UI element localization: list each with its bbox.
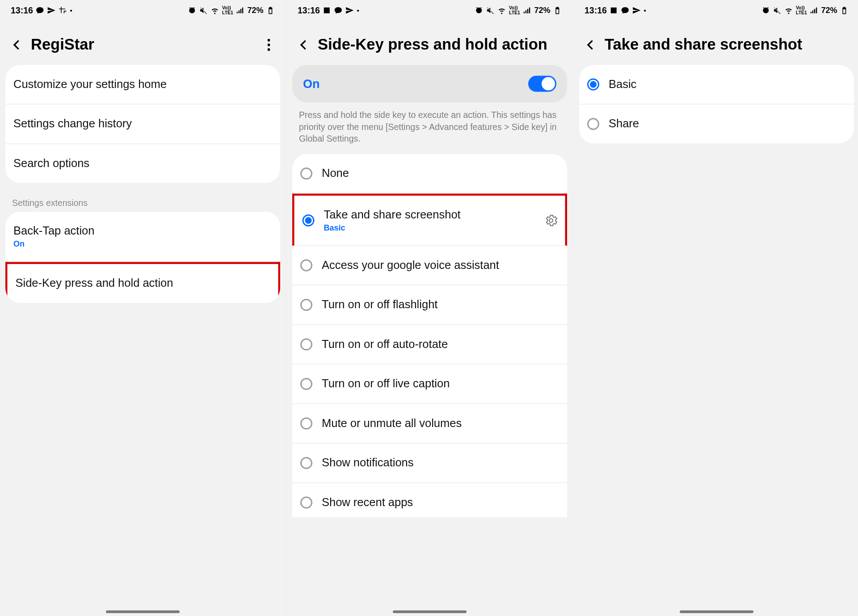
option-label: None: [322, 167, 559, 180]
radio-icon[interactable]: [587, 118, 599, 130]
status-time: 13:16: [298, 5, 320, 15]
gesture-handle[interactable]: [106, 611, 180, 613]
alarm-icon: [188, 6, 197, 15]
overflow-menu[interactable]: [261, 37, 276, 52]
option-show-notifications[interactable]: Show notifications: [292, 444, 567, 483]
radio-icon[interactable]: [300, 168, 312, 180]
options-card: Basic Share: [579, 65, 854, 144]
phone-screen-1: 13:16 • Vo))LTE1 72% RegiStar Customize …: [0, 0, 286, 616]
toggle-label: On: [303, 77, 320, 91]
mute-icon: [773, 6, 782, 15]
wifi-icon: [211, 6, 220, 15]
radio-icon[interactable]: [300, 338, 312, 350]
page-title: Take and share screenshot: [605, 36, 850, 53]
mute-icon: [486, 6, 495, 15]
radio-icon[interactable]: [300, 417, 312, 429]
volte-icon: Vo))LTE1: [509, 5, 520, 15]
alarm-icon: [762, 6, 771, 15]
battery-percent: 72%: [534, 5, 550, 15]
option-label: Access your google voice assistant: [322, 259, 559, 272]
gallery-icon: [323, 6, 332, 15]
radio-icon[interactable]: [587, 79, 599, 91]
option-label: Show recent apps: [322, 496, 559, 509]
gesture-bar: [574, 607, 858, 616]
signal-icon: [523, 6, 532, 15]
item-change-history[interactable]: Settings change history: [5, 105, 280, 144]
settings-card-extensions: Back-Tap action On Side-Key press and ho…: [5, 212, 280, 303]
statusbar-right: Vo))LTE1 72%: [762, 5, 849, 15]
page-title: Side-Key press and hold action: [318, 36, 563, 53]
battery-icon: [553, 6, 562, 15]
svg-point-2: [268, 48, 270, 50]
option-label: Turn on or off flashlight: [322, 298, 559, 311]
option-auto-rotate[interactable]: Turn on or off auto-rotate: [292, 325, 567, 365]
svg-point-0: [268, 38, 270, 41]
gesture-bar: [287, 607, 572, 616]
option-flashlight[interactable]: Turn on or off flashlight: [292, 285, 567, 325]
statusbar-left: 13:16 •: [11, 5, 72, 15]
item-label: Side-Key press and hold action: [16, 277, 270, 290]
option-take-screenshot[interactable]: Take and share screenshot Basic: [292, 193, 567, 246]
header: RegiStar: [0, 20, 286, 65]
wifi-icon: [785, 6, 794, 15]
master-toggle-row[interactable]: On: [292, 65, 567, 103]
radio-icon[interactable]: [300, 378, 312, 390]
item-back-tap[interactable]: Back-Tap action On: [5, 212, 280, 262]
gallery-icon: [610, 6, 618, 15]
item-label: Search options: [13, 157, 272, 170]
phone-screen-3: 13:16 • Vo))LTE1 72% Take and share scre…: [574, 0, 858, 616]
option-label: Share: [609, 117, 846, 131]
volte-icon: Vo))LTE1: [796, 5, 807, 15]
item-side-key-press[interactable]: Side-Key press and hold action: [5, 262, 280, 303]
option-google-assistant[interactable]: Access your google voice assistant: [292, 246, 567, 285]
phone-screen-2: 13:16 • Vo))LTE1 72% Side-Key press and …: [287, 0, 572, 616]
send-icon: [345, 6, 354, 15]
send-icon: [632, 6, 641, 15]
chat-icon: [621, 6, 630, 15]
back-icon[interactable]: [9, 37, 24, 52]
battery-icon: [840, 6, 849, 15]
radio-icon[interactable]: [303, 214, 315, 226]
signal-icon: [236, 6, 245, 15]
status-time: 13:16: [11, 5, 33, 15]
radio-icon[interactable]: [300, 496, 312, 508]
gear-icon[interactable]: [544, 213, 559, 228]
radio-icon[interactable]: [300, 457, 312, 469]
option-none[interactable]: None: [292, 154, 567, 194]
statusbar-left: 13:16 •: [585, 5, 646, 15]
statusbar-right: Vo))LTE1 72%: [475, 5, 562, 15]
option-label: Take and share screenshot: [324, 208, 538, 222]
chat-icon: [334, 6, 343, 15]
toggle-switch[interactable]: [528, 76, 556, 92]
statusbar-left: 13:16 •: [298, 5, 359, 15]
page-title: RegiStar: [31, 36, 255, 53]
option-share[interactable]: Share: [579, 105, 854, 143]
send-icon: [47, 6, 56, 15]
description-text: Press and hold the side key to execute a…: [287, 109, 572, 154]
back-icon[interactable]: [296, 37, 311, 52]
item-label: Back-Tap action: [13, 225, 272, 238]
gesture-handle[interactable]: [393, 611, 467, 613]
header: Side-Key press and hold action: [287, 20, 572, 65]
gesture-handle[interactable]: [680, 611, 753, 613]
svg-point-3: [549, 218, 553, 222]
status-bar: 13:16 • Vo))LTE1 72%: [287, 0, 572, 20]
option-mute-volumes[interactable]: Mute or unmute all volumes: [292, 404, 567, 444]
option-basic[interactable]: Basic: [579, 65, 854, 105]
settings-card-main: Customize your settings home Settings ch…: [5, 65, 280, 183]
radio-icon[interactable]: [300, 299, 312, 311]
battery-percent: 72%: [247, 5, 263, 15]
option-label: Mute or unmute all volumes: [322, 417, 559, 430]
status-bar: 13:16 • Vo))LTE1 72%: [0, 0, 286, 20]
back-icon[interactable]: [583, 37, 598, 52]
item-sublabel: On: [13, 239, 272, 249]
more-dot: •: [357, 6, 359, 14]
item-search-options[interactable]: Search options: [5, 144, 280, 183]
option-show-recent-apps[interactable]: Show recent apps: [292, 483, 567, 517]
mute-icon: [199, 6, 208, 15]
status-bar: 13:16 • Vo))LTE1 72%: [574, 0, 858, 20]
item-customize-home[interactable]: Customize your settings home: [5, 65, 280, 105]
option-live-caption[interactable]: Turn on or off live caption: [292, 365, 567, 404]
option-label: Show notifications: [322, 456, 559, 469]
radio-icon[interactable]: [300, 259, 312, 271]
